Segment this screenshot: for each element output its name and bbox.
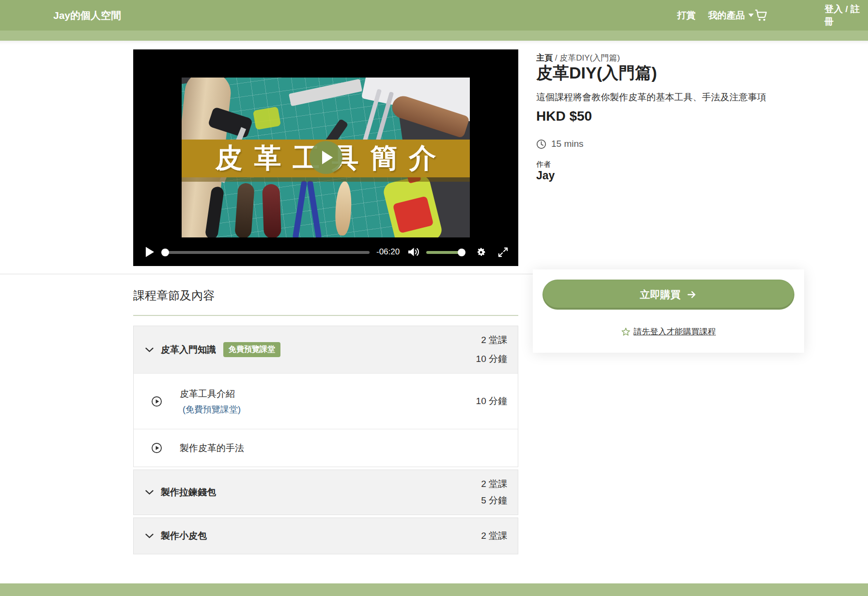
progress-knob[interactable]	[161, 249, 169, 256]
author-label: 作者	[536, 160, 551, 169]
player-play-button[interactable]	[145, 246, 155, 258]
gear-icon	[475, 247, 486, 258]
lesson-row-1[interactable]: 皮革工具介紹 (免費預覽課堂) 10 分鐘	[134, 373, 518, 429]
lesson-title: 皮革工具介紹	[180, 388, 241, 400]
star-icon	[621, 327, 631, 337]
nav-tip-label: 打賞	[677, 9, 696, 22]
site-title[interactable]: Jay的個人空間	[53, 0, 121, 31]
chapter-duration: 10 分鐘	[476, 353, 507, 365]
navbar-sub-strip	[0, 31, 868, 41]
fullscreen-icon	[497, 247, 509, 258]
lesson-title: 製作皮革的手法	[180, 442, 244, 455]
buy-now-label: 立即購買	[640, 288, 681, 301]
page: Jay的個人空間 打賞 我的產品 登入 / 註冊	[0, 0, 868, 596]
settings-button[interactable]	[475, 247, 486, 258]
video-controls-bar: -06:20	[133, 238, 518, 266]
chapter-lesson-count: 2 堂課	[481, 478, 507, 490]
chevron-down-icon	[145, 490, 154, 495]
lesson-row-2[interactable]: 製作皮革的手法	[134, 429, 518, 467]
lesson-text-group: 製作皮革的手法	[180, 442, 244, 455]
nav-products-label: 我的產品	[708, 9, 745, 22]
content-section-title: 課程章節及內容	[133, 288, 215, 303]
buy-now-button[interactable]: 立即購買	[542, 280, 794, 310]
login-label: 登入 / 註冊	[824, 3, 868, 28]
section-divider-line	[0, 274, 536, 274]
navbar-shadow	[0, 41, 868, 45]
content-title-underline	[133, 315, 518, 316]
thumbnail-maroon-handle	[262, 184, 281, 237]
chapter-block-2: 製作拉鍊錢包 2 堂課 5 分鐘	[133, 470, 518, 515]
clock-icon	[536, 139, 546, 149]
chapter-header-2[interactable]: 製作拉鍊錢包 2 堂課 5 分鐘	[134, 470, 518, 515]
volume-icon	[407, 246, 420, 258]
time-remaining: -06:20	[376, 247, 400, 257]
video-thumbnail[interactable]: 皮革工具簡介	[182, 78, 470, 237]
play-circle-icon	[151, 396, 162, 407]
breadcrumb-current: 皮革DIY(入門篇)	[559, 53, 620, 63]
lesson-text-group: 皮革工具介紹 (免費預覽課堂)	[180, 388, 241, 415]
top-navbar: Jay的個人空間 打賞 我的產品 登入 / 註冊	[0, 0, 868, 31]
video-big-play-button[interactable]	[310, 141, 342, 174]
page-footer	[0, 583, 868, 596]
course-description: 這個課程將會教你製作皮革的基本工具、手法及注意事項	[536, 91, 766, 104]
login-required-text: 請先登入才能購買課程	[634, 326, 716, 337]
course-price: HKD $50	[536, 109, 592, 124]
chapter-block-3: 製作小皮包 2 堂課	[133, 518, 518, 554]
chapter-block-1: 皮革入門知識 免費預覽課堂 2 堂課 10 分鐘 皮革工具介紹 (免費預覽課堂)…	[133, 326, 518, 467]
lesson-duration: 10 分鐘	[476, 395, 507, 408]
lesson-free-preview-link[interactable]: (免費預覽課堂)	[183, 404, 241, 415]
nav-item-login[interactable]: 登入 / 註冊	[824, 0, 868, 31]
page-title: 皮革DIY(入門篇)	[536, 62, 657, 84]
volume-button[interactable]	[407, 246, 420, 258]
login-required-link[interactable]: 請先登入才能購買課程	[533, 326, 804, 337]
chapter-title: 製作小皮包	[161, 530, 207, 542]
chapter-lesson-count: 2 堂課	[481, 530, 507, 542]
chevron-down-icon	[145, 533, 154, 538]
course-chapter-list: 皮革入門知識 免費預覽課堂 2 堂課 10 分鐘 皮革工具介紹 (免費預覽課堂)…	[133, 326, 518, 557]
play-icon	[145, 246, 155, 258]
breadcrumb-separator: /	[555, 53, 558, 63]
free-preview-badge: 免費預覽課堂	[223, 342, 280, 357]
chapter-duration: 5 分鐘	[481, 494, 507, 507]
purchase-card: 立即購買 請先登入才能購買課程	[533, 269, 804, 353]
breadcrumb-home-link[interactable]: 主頁	[536, 53, 553, 63]
progress-bar[interactable]	[166, 251, 370, 254]
cart-icon	[755, 9, 768, 22]
video-player: 皮革工具簡介 -06:20	[133, 49, 518, 266]
chevron-down-icon	[145, 347, 154, 352]
play-circle-icon	[151, 442, 162, 454]
play-icon	[322, 151, 333, 164]
chapter-header-1[interactable]: 皮革入門知識 免費預覽課堂 2 堂課 10 分鐘	[134, 326, 518, 373]
chapter-header-3[interactable]: 製作小皮包 2 堂課	[134, 518, 518, 554]
nav-item-my-products[interactable]: 我的產品	[708, 0, 754, 31]
chapter-title: 製作拉鍊錢包	[161, 486, 216, 499]
course-duration: 15 mins	[536, 139, 584, 149]
chapter-title: 皮革入門知識	[161, 344, 216, 356]
nav-item-tip[interactable]: 打賞	[677, 0, 696, 31]
arrow-right-icon	[686, 289, 697, 300]
author-name: Jay	[536, 169, 555, 182]
duration-label: 15 mins	[551, 139, 584, 149]
fullscreen-button[interactable]	[497, 247, 509, 258]
cart-button[interactable]	[755, 0, 768, 31]
caret-down-icon	[748, 14, 754, 17]
chapter-lesson-count: 2 堂課	[481, 334, 507, 346]
volume-knob[interactable]	[458, 249, 465, 256]
